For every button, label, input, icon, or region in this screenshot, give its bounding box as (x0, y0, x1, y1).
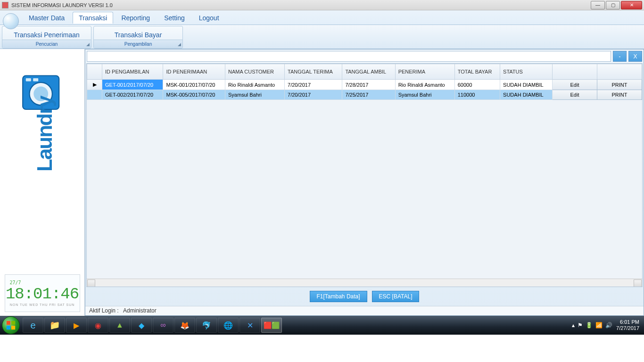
windows-taskbar: e 📁 ▶ ◉ ▲ ◆ ∞ 🦊 🐬 🌐 ✕ 🟥🟩 ▴ ⚑ 🔋 📶 🔊 6:01 … (0, 316, 644, 335)
app-icon (2, 2, 8, 8)
search-row: - X (85, 49, 644, 63)
search-input[interactable] (87, 51, 611, 62)
close-panel-button[interactable]: X (628, 51, 642, 62)
cell-id-penerimaan[interactable]: MSK-005/2017/07/20 (163, 90, 225, 100)
taskbar-current-app-icon[interactable]: 🟥🟩 (261, 318, 282, 333)
svg-rect-3 (25, 78, 31, 82)
taskbar-chrome-icon[interactable]: 🌐 (218, 318, 239, 333)
svg-rect-7 (7, 326, 10, 329)
group-label-pengambilan: Pengambilan (124, 41, 152, 47)
cell-total[interactable]: 60000 (454, 80, 500, 90)
status-user: Administrator (123, 307, 157, 314)
add-data-button[interactable]: F1[Tambah Data] (310, 291, 367, 302)
col-penerima[interactable]: PENERIMA (395, 64, 454, 80)
start-button[interactable] (2, 316, 20, 334)
taskbar-visualstudio-icon[interactable]: ∞ (153, 318, 173, 333)
dialog-launcher-icon[interactable]: ◢ (178, 42, 181, 47)
tray-flag-icon[interactable]: ⚑ (578, 322, 583, 329)
print-button[interactable]: PRINT (597, 90, 642, 100)
taskbar-vscode-icon[interactable]: ✕ (239, 318, 260, 333)
cell-status[interactable]: SUDAH DIAMBIL (500, 80, 553, 90)
ribbon-tabs: Master Data Transaksi Reporting Setting … (23, 12, 225, 24)
col-status[interactable]: STATUS (500, 64, 553, 80)
tray-volume-icon[interactable]: 🔊 (605, 322, 612, 329)
tab-master-data[interactable]: Master Data (23, 12, 71, 24)
status-label: Aktif Login : (89, 307, 119, 314)
table-row[interactable]: GET-002/2017/07/20 MSK-005/2017/07/20 Sy… (87, 90, 642, 100)
logo: Laundry (9, 63, 75, 228)
col-tanggal-terima[interactable]: TANGGAL TERIMA (285, 64, 342, 80)
cell-nama[interactable]: Syamsul Bahri (225, 90, 285, 100)
cell-penerima[interactable]: Rio Rinaldi Asmanto (395, 80, 454, 90)
cell-tgl-ambil[interactable]: 7/25/2017 (342, 90, 395, 100)
col-id-penerimaan[interactable]: ID PENERIMAAN (163, 64, 225, 80)
tray-network-icon[interactable]: 📶 (595, 322, 603, 329)
taskbar-mediaplayer-icon[interactable]: ▶ (66, 318, 87, 333)
cell-total[interactable]: 110000 (454, 90, 500, 100)
edit-button[interactable]: Edit (553, 80, 597, 90)
tab-reporting[interactable]: Reporting (115, 12, 156, 24)
cell-status[interactable]: SUDAH DIAMBIL (500, 90, 553, 100)
header-row: ID PENGAMBILAN ID PENERIMAAN NAMA CUSTOM… (87, 64, 642, 80)
tray-chevron-icon[interactable]: ▴ (572, 322, 575, 329)
ribbon-group-pencucian: Transaksi Penerimaan Pencucian◢ (2, 26, 91, 49)
col-total-bayar[interactable]: TOTAL BAYAR (454, 64, 500, 80)
horizontal-scrollbar[interactable] (87, 279, 642, 287)
row-selector-header (87, 64, 102, 80)
taskbar-apps: e 📁 ▶ ◉ ▲ ◆ ∞ 🦊 🐬 🌐 ✕ 🟥🟩 (23, 318, 282, 333)
minimize-button[interactable]: — (591, 1, 605, 9)
dialog-launcher-icon[interactable]: ◢ (86, 42, 90, 47)
row-marker (87, 90, 102, 100)
tab-logout[interactable]: Logout (193, 12, 225, 24)
col-edit (553, 64, 597, 80)
ribbon-group-pengambilan: Transaksi Bayar Pengambilan◢ (93, 26, 183, 49)
clock-days: NON TUE WED THU FRI SAT SUN (10, 303, 75, 306)
tab-transaksi[interactable]: Transaksi (73, 12, 113, 24)
col-tanggal-ambil[interactable]: TANGGAL AMBIL (342, 64, 395, 80)
taskbar-firefox-icon[interactable]: 🦊 (174, 318, 195, 333)
cell-id-pengambilan[interactable]: GET-002/2017/07/20 (102, 90, 163, 100)
taskbar-app-icon[interactable]: ◉ (88, 318, 108, 333)
clock-time: 18:01:46 (6, 285, 79, 303)
col-nama-customer[interactable]: NAMA CUSTOMER (225, 64, 285, 80)
taskbar-android-icon[interactable]: ▲ (109, 318, 130, 333)
cancel-button[interactable]: ESC [BATAL] (372, 291, 420, 302)
taskbar-app-icon[interactable]: 🐬 (196, 318, 217, 333)
taskbar-ie-icon[interactable]: e (23, 318, 43, 333)
taskbar-time: 6:01 PM (616, 319, 639, 325)
cell-tgl-terima[interactable]: 7/20/2017 (285, 80, 342, 90)
action-row: F1[Tambah Data] ESC [BATAL] (85, 287, 644, 306)
transaksi-penerimaan-button[interactable]: Transaksi Penerimaan (14, 31, 80, 39)
cell-id-penerimaan[interactable]: MSK-001/2017/07/20 (163, 80, 225, 90)
windows-logo-icon (6, 320, 16, 330)
cell-tgl-ambil[interactable]: 7/28/2017 (342, 80, 395, 90)
print-button[interactable]: PRINT (597, 80, 642, 90)
maximize-button[interactable]: ▢ (606, 1, 620, 9)
data-grid[interactable]: ID PENGAMBILAN ID PENERIMAAN NAMA CUSTOM… (86, 63, 643, 287)
cell-penerima[interactable]: Syamsul Bahri (395, 90, 454, 100)
edit-button[interactable]: Edit (553, 90, 597, 100)
window-controls: — ▢ ✕ (591, 1, 642, 9)
sidebar-clock: 27/7 18:01:46 NON TUE WED THU FRI SAT SU… (5, 274, 80, 312)
minimize-panel-button[interactable]: - (613, 51, 627, 62)
svg-rect-5 (7, 321, 10, 325)
main-area: Laundry 27/7 18:01:46 NON TUE WED THU FR… (0, 49, 644, 316)
taskbar-app-icon[interactable]: ◆ (131, 318, 152, 333)
transaksi-bayar-button[interactable]: Transaksi Bayar (115, 31, 162, 39)
application-menu-orb[interactable] (3, 13, 19, 29)
col-id-pengambilan[interactable]: ID PENGAMBILAN (102, 64, 163, 80)
taskbar-clock[interactable]: 6:01 PM 7/27/2017 (616, 319, 639, 331)
logo-text: Laundry (33, 96, 57, 172)
taskbar-explorer-icon[interactable]: 📁 (44, 318, 65, 333)
taskbar-date: 7/27/2017 (616, 325, 639, 331)
cell-id-pengambilan[interactable]: GET-001/2017/07/20 (102, 80, 163, 90)
table-row[interactable]: ▶ GET-001/2017/07/20 MSK-001/2017/07/20 … (87, 80, 642, 90)
cell-nama[interactable]: Rio Rinaldi Asmanto (225, 80, 285, 90)
svg-rect-4 (33, 78, 38, 82)
close-button[interactable]: ✕ (621, 1, 642, 9)
tab-setting[interactable]: Setting (158, 12, 191, 24)
svg-rect-6 (11, 321, 15, 325)
cell-tgl-terima[interactable]: 7/20/2017 (285, 90, 342, 100)
tray-battery-icon[interactable]: 🔋 (586, 322, 593, 329)
col-print (597, 64, 642, 80)
